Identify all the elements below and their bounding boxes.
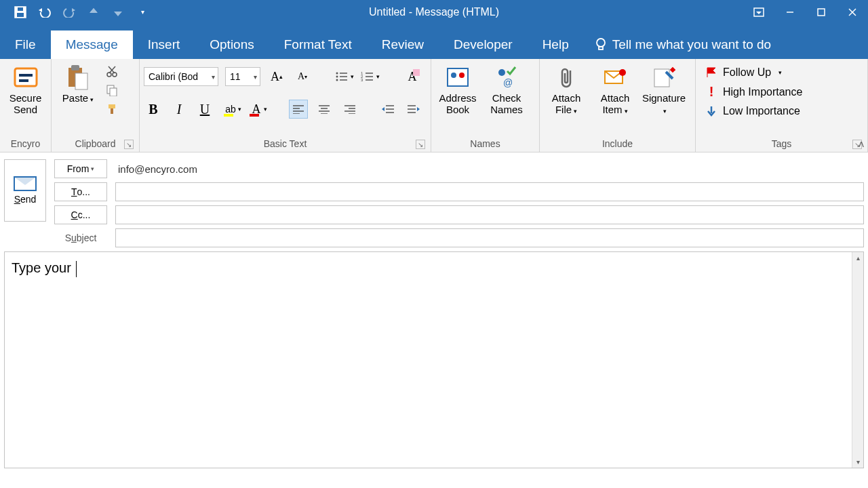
scrollbar[interactable]: ▴ ▾ xyxy=(852,252,863,468)
undo-icon[interactable] xyxy=(37,4,53,20)
attach-item-icon xyxy=(601,64,629,91)
svg-point-27 xyxy=(336,76,338,78)
format-painter-icon[interactable] xyxy=(104,102,119,117)
attach-file-button[interactable]: Attach File▾ xyxy=(544,62,589,117)
tab-help[interactable]: Help xyxy=(528,30,584,59)
tab-developer[interactable]: Developer xyxy=(439,30,528,59)
shrink-font-icon[interactable]: A▾ xyxy=(293,67,312,86)
tab-review[interactable]: Review xyxy=(367,30,439,59)
dialog-launcher-icon[interactable]: ↘ xyxy=(124,140,134,149)
text-cursor xyxy=(76,261,77,277)
ribbon-tabs: File Message Insert Options Format Text … xyxy=(0,24,868,59)
svg-rect-24 xyxy=(111,108,113,114)
align-left-icon[interactable] xyxy=(289,100,308,119)
group-clipboard: Paste▾ Clipboard↘ xyxy=(52,59,140,152)
font-size-combo[interactable]: 11▾ xyxy=(225,67,260,86)
high-importance-button[interactable]: ! High Importance xyxy=(705,84,802,100)
align-center-icon[interactable] xyxy=(315,100,334,119)
font-name-combo[interactable]: Calibri (Bod▾ xyxy=(144,67,218,86)
group-encyro-label: Encyro xyxy=(4,138,47,150)
tab-format-text[interactable]: Format Text xyxy=(269,30,367,59)
svg-rect-16 xyxy=(75,73,87,89)
group-clipboard-label: Clipboard↘ xyxy=(56,138,135,150)
scroll-down-icon[interactable]: ▾ xyxy=(852,456,863,468)
clear-formatting-icon[interactable]: A xyxy=(403,67,422,86)
svg-point-59 xyxy=(498,69,505,76)
maximize-icon[interactable] xyxy=(806,0,837,24)
svg-rect-6 xyxy=(818,9,825,16)
decrease-indent-icon[interactable] xyxy=(378,100,397,119)
svg-rect-56 xyxy=(448,68,468,86)
svg-rect-65 xyxy=(670,67,675,73)
tab-options[interactable]: Options xyxy=(195,30,269,59)
svg-point-25 xyxy=(336,73,338,75)
subject-label: Subject xyxy=(54,232,107,243)
previous-item-icon[interactable] xyxy=(85,4,102,20)
redo-icon[interactable] xyxy=(61,4,77,20)
bold-icon[interactable]: B xyxy=(144,100,163,119)
copy-icon[interactable] xyxy=(104,83,119,98)
header-fields: Send From▾ info@encyro.com To... Cc... S… xyxy=(0,152,868,247)
minimize-icon[interactable] xyxy=(774,0,806,24)
attach-item-button[interactable]: Attach Item▾ xyxy=(593,62,637,117)
numbering-icon[interactable]: 123▾ xyxy=(361,67,380,86)
check-names-icon: @ xyxy=(493,64,520,91)
follow-up-button[interactable]: Follow Up▾ xyxy=(705,66,802,79)
cut-icon[interactable] xyxy=(104,64,119,79)
low-importance-button[interactable]: Low Importance xyxy=(705,105,802,117)
svg-rect-2 xyxy=(17,13,24,17)
ribbon-display-options-icon[interactable] xyxy=(743,0,774,24)
bullets-icon[interactable]: ▾ xyxy=(335,67,354,86)
secure-send-button[interactable]: Secure Send xyxy=(4,62,47,117)
svg-point-58 xyxy=(459,73,465,78)
address-book-icon xyxy=(444,64,471,91)
message-body[interactable]: Type your xyxy=(5,252,852,468)
group-include-label: Include xyxy=(544,138,691,150)
increase-indent-icon[interactable] xyxy=(404,100,423,119)
underline-icon[interactable]: U xyxy=(195,100,214,119)
svg-point-62 xyxy=(619,69,626,76)
next-item-icon[interactable] xyxy=(110,4,126,20)
send-button[interactable]: Send xyxy=(4,159,46,222)
svg-point-9 xyxy=(597,39,605,47)
close-icon[interactable] xyxy=(837,0,868,24)
dialog-launcher-icon[interactable]: ↘ xyxy=(416,140,425,149)
tab-insert[interactable]: Insert xyxy=(133,30,195,59)
subject-field[interactable] xyxy=(115,228,864,247)
window-controls xyxy=(743,0,868,24)
message-body-container: Type your ▴ ▾ xyxy=(4,251,864,468)
cc-field[interactable] xyxy=(115,205,864,224)
svg-text:@: @ xyxy=(503,77,513,88)
quick-access-toolbar: ▾ xyxy=(0,4,151,20)
paste-button[interactable]: Paste▾ xyxy=(56,62,100,105)
italic-icon[interactable]: I xyxy=(170,100,189,119)
check-names-button[interactable]: @ Check Names xyxy=(484,62,529,117)
tab-message[interactable]: Message xyxy=(51,30,133,59)
svg-point-57 xyxy=(451,73,456,78)
tell-me[interactable]: Tell me what you want to do xyxy=(584,30,782,59)
paperclip-icon xyxy=(553,64,580,91)
save-icon[interactable] xyxy=(12,4,28,20)
scroll-up-icon[interactable]: ▴ xyxy=(852,252,863,264)
address-book-button[interactable]: Address Book xyxy=(435,62,480,117)
to-button[interactable]: To... xyxy=(54,182,107,201)
envelope-icon xyxy=(14,176,37,191)
svg-rect-23 xyxy=(108,104,115,108)
align-right-icon[interactable] xyxy=(340,100,359,119)
grow-font-icon[interactable]: A▴ xyxy=(267,67,286,86)
group-tags-label: Tags↘ xyxy=(700,138,863,150)
to-field[interactable] xyxy=(115,182,864,201)
svg-rect-15 xyxy=(71,65,79,70)
qat-customize-icon[interactable]: ▾ xyxy=(134,4,151,20)
highlight-icon[interactable]: ab▾ xyxy=(221,100,240,119)
from-button[interactable]: From▾ xyxy=(54,159,107,178)
window-title: Untitled - Message (HTML) xyxy=(369,6,499,18)
font-color-icon[interactable]: A▾ xyxy=(247,100,266,119)
group-basic-text-label: Basic Text↘ xyxy=(144,138,427,150)
cc-button[interactable]: Cc... xyxy=(54,205,107,224)
collapse-ribbon-icon[interactable]: ʌ xyxy=(859,138,864,149)
tab-file[interactable]: File xyxy=(0,30,51,59)
svg-rect-3 xyxy=(18,7,23,11)
signature-button[interactable]: Signature▾ xyxy=(642,62,686,117)
encyro-logo-icon xyxy=(12,64,39,91)
